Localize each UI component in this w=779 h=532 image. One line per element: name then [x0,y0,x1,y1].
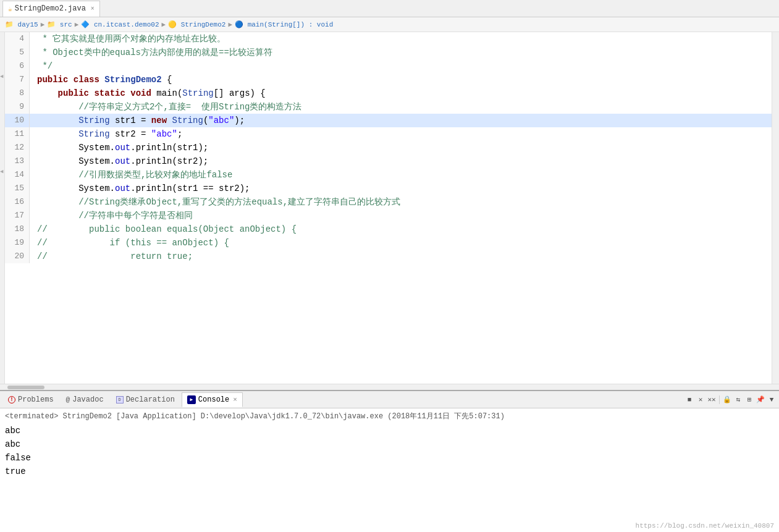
code-line-17: 17 //字符串中每个字符是否相同 [5,209,772,222]
console-toolbar: ■ ✕ ✕✕ 🔒 ⇆ ⊞ 📌 ▼ [684,395,777,405]
code-editor[interactable]: 4 * 它其实就是使用两个对象的内存地址在比较。 5 * Object类中的eq… [5,32,772,384]
code-line-16: 16 //String类继承Object,重写了父类的方法equals,建立了字… [5,195,772,209]
tab-declaration-label: Declaration [126,395,175,404]
breadcrumb-item-src[interactable]: 📁 src [47,20,72,28]
bottom-panel: ! Problems @ Javadoc D Declaration ▶ Con… [0,390,779,532]
code-line-7: 7 public class StringDemo2 { [5,73,772,87]
code-line-5: 5 * Object类中的equals方法内部使用的就是==比较运算符 [5,46,772,59]
scroll-lock-button[interactable]: 🔒 [722,395,732,405]
view-menu-button[interactable]: ▼ [767,395,777,405]
line-num-9: 9 [5,100,30,114]
line-content-4: * 它其实就是使用两个对象的内存地址在比较。 [30,32,225,46]
open-console-button[interactable]: ⊞ [744,395,754,405]
line-num-5: 5 [5,46,30,59]
line-num-14: 14 [5,168,30,182]
tab-problems[interactable]: ! Problems [2,392,59,407]
line-content-14: //引用数据类型,比较对象的地址false [30,168,232,182]
breadcrumb: 📁 day15 ▶ 📁 src ▶ 🔷 cn.itcast.demo02 ▶ 🟡… [0,17,779,32]
breadcrumb-folder-icon: 📁 [5,21,14,28]
breadcrumb-sep-4: ▶ [228,20,232,28]
line-content-9: //字符串定义方式2个,直接= 使用String类的构造方法 [30,100,301,114]
tab-bar: ☕ StringDemo2.java × [0,0,779,17]
console-output-line-2: abc [5,437,774,451]
breadcrumb-sep-1: ▶ [41,20,45,28]
breadcrumb-package-icon: 🔷 [81,21,90,28]
line-content-10: String str1 = new String("abc"); [30,114,245,127]
breadcrumb-item-day15[interactable]: 📁 day15 [5,20,38,28]
line-content-8: public static void main(String[] args) { [30,87,266,100]
remove-all-terminated-button[interactable]: ✕✕ [707,395,717,405]
tab-console-label: Console [198,395,229,404]
code-line-10: 10 String str1 = new String("abc"); [5,114,772,127]
pin-console-button[interactable]: 📌 [756,395,765,405]
panel-tab-bar: ! Problems @ Javadoc D Declaration ▶ Con… [0,391,779,408]
tab-problems-label: Problems [18,395,54,404]
line-num-18: 18 [5,222,30,236]
toolbar-separator [719,395,720,404]
file-tab[interactable]: ☕ StringDemo2.java × [2,1,100,17]
line-num-6: 6 [5,59,30,73]
console-output: <terminated> StringDemo2 [Java Applicati… [0,408,779,532]
javadoc-icon: @ [66,396,70,403]
line-num-4: 4 [5,32,30,46]
editor-area: ◀ ◀ 4 * 它其实就是使用两个对象的内存地址在比较。 5 * Object类… [0,32,779,384]
line-content-13: System.out.println(str2); [30,154,208,168]
line-num-15: 15 [5,182,30,195]
breadcrumb-item-method[interactable]: 🔵 main(String[]) : void [235,20,333,28]
watermark: https://blog.csdn.net/weixin_40807 [636,522,774,530]
code-line-9: 9 //字符串定义方式2个,直接= 使用String类的构造方法 [5,100,772,114]
breadcrumb-sep-2: ▶ [75,20,79,28]
code-line-15: 15 System.out.println(str1 == str2); [5,182,772,195]
editor-scrollbar[interactable] [772,32,779,384]
code-line-4: 4 * 它其实就是使用两个对象的内存地址在比较。 [5,32,772,46]
line-content-16: //String类继承Object,重写了父类的方法equals,建立了字符串自… [30,195,400,209]
code-line-13: 13 System.out.println(str2); [5,154,772,168]
line-num-20: 20 [5,250,30,263]
java-file-icon: ☕ [8,5,12,13]
tab-javadoc-label: Javadoc [72,395,103,404]
word-wrap-button[interactable]: ⇆ [733,395,743,405]
stop-button[interactable]: ■ [684,395,694,405]
tab-close-button[interactable]: × [91,6,95,12]
code-line-19: 19 // if (this == anObject) { [5,236,772,250]
breadcrumb-item-package[interactable]: 🔷 cn.itcast.demo02 [81,20,159,28]
code-line-8: 8 public static void main(String[] args)… [5,87,772,100]
line-content-6: */ [30,59,53,73]
tab-declaration[interactable]: D Declaration [111,392,180,407]
code-line-14: 14 //引用数据类型,比较对象的地址false [5,168,772,182]
tab-console[interactable]: ▶ Console × [182,392,243,407]
hscrollbar-thumb[interactable] [7,386,44,389]
breadcrumb-item-class[interactable]: 🟡 StringDemo2 [168,20,225,28]
line-content-19: // if (this == anObject) { [30,236,229,250]
line-num-19: 19 [5,236,30,250]
declaration-icon: D [116,396,124,403]
line-content-15: System.out.println(str1 == str2); [30,182,250,195]
console-tab-close[interactable]: × [233,396,237,403]
breadcrumb-class-icon: 🟡 [168,21,177,28]
line-num-13: 13 [5,154,30,168]
line-num-17: 17 [5,209,30,222]
line-num-8: 8 [5,87,30,100]
console-status-line: <terminated> StringDemo2 [Java Applicati… [5,411,774,421]
line-content-7: public class StringDemo2 { [30,73,172,87]
fold-arrow-1[interactable]: ◀ [0,73,3,80]
breadcrumb-sep-3: ▶ [162,20,166,28]
line-content-18: // public boolean equals(Object anObject… [30,222,297,236]
code-line-20: 20 // return true; [5,250,772,263]
breadcrumb-src-icon: 📁 [47,21,56,28]
line-content-17: //字符串中每个字符是否相同 [30,209,193,222]
editor-hscrollbar[interactable] [0,384,779,390]
tab-javadoc[interactable]: @ Javadoc [61,392,109,407]
console-output-line-4: true [5,465,774,478]
editor-left-gutter: ◀ ◀ [0,32,5,384]
remove-launch-button[interactable]: ✕ [696,395,705,405]
line-num-10: 10 [5,114,30,127]
breadcrumb-method-icon: 🔵 [235,21,243,28]
code-line-11: 11 String str2 = "abc"; [5,127,772,141]
console-icon: ▶ [187,395,196,404]
code-line-6: 6 */ [5,59,772,73]
code-line-18: 18 // public boolean equals(Object anObj… [5,222,772,236]
fold-arrow-2[interactable]: ◀ [0,168,3,175]
tab-filename: StringDemo2.java [15,4,86,13]
line-content-20: // return true; [30,250,193,263]
